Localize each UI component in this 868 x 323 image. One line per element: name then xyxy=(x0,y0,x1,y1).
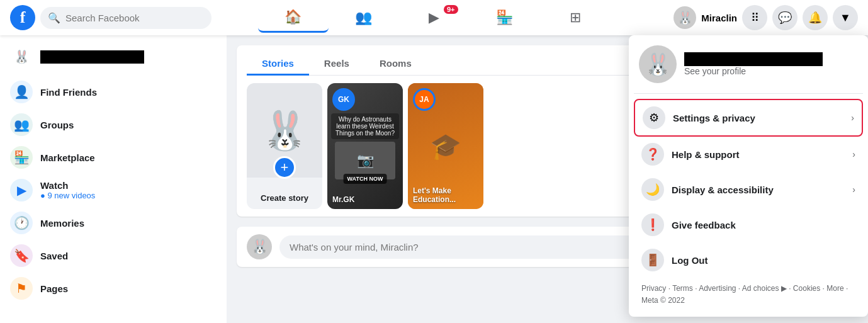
create-story-plus-icon: + xyxy=(273,156,296,179)
dropdown-item-help[interactable]: ❓ Help & support › xyxy=(634,137,863,172)
feedback-label: Give feedback xyxy=(672,220,855,230)
post-box: 🐰 xyxy=(237,227,665,267)
sidebar-pages-label: Pages xyxy=(40,283,68,294)
dropdown-item-logout[interactable]: 🚪 Log Out xyxy=(634,242,863,278)
user-avatar: 🐰 xyxy=(674,6,696,29)
display-chevron-icon: › xyxy=(852,184,855,195)
search-input[interactable] xyxy=(65,13,204,23)
account-menu-button[interactable]: ▼ xyxy=(833,5,858,30)
sidebar-marketplace-label: Marketplace xyxy=(40,152,95,163)
settings-icon: ⚙ xyxy=(643,106,665,129)
watch-sidebar-icon: ▶ xyxy=(10,179,33,201)
settings-chevron-icon: › xyxy=(851,113,854,123)
tab-reels[interactable]: Reels xyxy=(309,53,364,76)
sidebar-watch-sub: ● 9 new videos xyxy=(40,191,95,200)
friends-icon: 👥 xyxy=(355,9,372,26)
stories-list: 🐰 + Create story Why do Astronauts learn… xyxy=(247,83,655,209)
header: f 🔍 🏠 👥 ▶ 9+ 🏪 ⊞ 🐰 Miraclin ⠿ xyxy=(0,0,868,35)
tab-stories[interactable]: Stories xyxy=(247,53,309,76)
tab-rooms[interactable]: Rooms xyxy=(364,53,427,76)
story-item-mrgk[interactable]: Why do Astronauts learn these Weirdest T… xyxy=(327,83,403,209)
account-dropdown: 🐰 ██████████████████ See your profile ⚙ … xyxy=(629,35,868,317)
mrgk-story-avatar: GK xyxy=(332,88,355,111)
pages-sidebar-icon: ⚑ xyxy=(10,277,33,300)
notifications-icon-button[interactable]: 🔔 xyxy=(803,5,828,30)
sidebar-item-watch[interactable]: ▶ Watch ● 9 new videos xyxy=(5,174,222,207)
watch-now-badge: WATCH NOW xyxy=(344,174,387,184)
sidebar-groups-label: Groups xyxy=(40,120,74,130)
sidebar-saved-label: Saved xyxy=(40,251,68,261)
fb-logo-letter: f xyxy=(20,8,26,27)
search-bar[interactable]: 🔍 xyxy=(40,7,211,29)
find-friends-icon: 👤 xyxy=(10,81,33,103)
messenger-icon-button[interactable]: 💬 xyxy=(772,5,798,30)
facebook-logo[interactable]: f xyxy=(10,5,35,30)
sidebar-item-saved[interactable]: 🔖 Saved xyxy=(5,239,222,272)
header-nav: 🏠 👥 ▶ 9+ 🏪 ⊞ xyxy=(211,3,657,33)
edu-story-label: Let's Make Education... xyxy=(413,186,478,204)
display-label: Display & accessibility xyxy=(672,184,845,195)
dropdown-divider-1 xyxy=(634,93,863,94)
sidebar-find-friends-label: Find Friends xyxy=(40,87,97,98)
dropdown-footer: Privacy · Terms · Advertising · Ad choic… xyxy=(634,278,863,312)
sidebar-user-name: ██████████████ xyxy=(40,50,144,64)
story-item-education[interactable]: 🎓 JA Let's Make Education... xyxy=(408,83,483,209)
nav-home[interactable]: 🏠 xyxy=(258,3,329,33)
watch-badge: 9+ xyxy=(444,5,458,14)
saved-sidebar-icon: 🔖 xyxy=(10,244,33,267)
display-icon: 🌙 xyxy=(641,178,664,201)
sidebar-watch-label: Watch xyxy=(40,180,95,191)
search-icon: 🔍 xyxy=(48,12,60,24)
dropdown-profile-info: ██████████████████ See your profile xyxy=(684,52,823,76)
post-input[interactable] xyxy=(279,235,655,259)
sidebar-item-marketplace[interactable]: 🏪 Marketplace xyxy=(5,141,222,174)
nav-groups[interactable]: ⊞ xyxy=(540,3,611,33)
grid-icon: ⠿ xyxy=(751,11,759,25)
messenger-icon: 💬 xyxy=(778,11,792,25)
user-profile-button[interactable]: 🐰 Miraclin xyxy=(674,6,737,29)
dropdown-profile-link: See your profile xyxy=(684,66,823,76)
dropdown-profile-name: ██████████████████ xyxy=(684,52,823,66)
marketplace-icon: 🏪 xyxy=(496,9,513,26)
marketplace-sidebar-icon: 🏪 xyxy=(10,146,33,169)
home-icon: 🏠 xyxy=(285,9,302,25)
stories-tabs: Stories Reels Rooms xyxy=(247,53,655,76)
help-label: Help & support xyxy=(672,149,845,160)
header-right: 🐰 Miraclin ⠿ 💬 🔔 ▼ xyxy=(657,5,858,30)
bell-icon: 🔔 xyxy=(808,11,822,25)
footer-links: Privacy · Terms · Advertising · Ad choic… xyxy=(641,284,848,305)
edu-story-avatar: JA xyxy=(413,88,436,111)
feedback-icon: ❗ xyxy=(641,213,664,236)
header-left: f 🔍 xyxy=(10,5,211,30)
logout-label: Log Out xyxy=(672,255,855,266)
dropdown-profile-item[interactable]: 🐰 ██████████████████ See your profile xyxy=(634,40,863,88)
help-icon: ❓ xyxy=(641,143,664,166)
dropdown-profile-avatar: 🐰 xyxy=(639,45,677,83)
stories-card: Stories Reels Rooms 🐰 + Create story Why… xyxy=(237,45,665,217)
feed: Stories Reels Rooms 🐰 + Create story Why… xyxy=(237,45,665,267)
mrgk-story-label: Mr.GK xyxy=(332,195,398,204)
sidebar-item-pages[interactable]: ⚑ Pages xyxy=(5,272,222,305)
chevron-down-icon: ▼ xyxy=(840,11,851,25)
sidebar-item-groups[interactable]: 👥 Groups xyxy=(5,108,222,141)
nav-marketplace[interactable]: 🏪 xyxy=(470,3,540,33)
nav-watch[interactable]: ▶ 9+ xyxy=(399,3,470,33)
dropdown-item-display[interactable]: 🌙 Display & accessibility › xyxy=(634,172,863,207)
post-avatar: 🐰 xyxy=(247,234,272,259)
logout-icon: 🚪 xyxy=(641,249,664,271)
sidebar-item-find-friends[interactable]: 👤 Find Friends xyxy=(5,76,222,108)
groups-icon: ⊞ xyxy=(570,9,581,26)
settings-label: Settings & privacy xyxy=(673,113,843,123)
user-name: Miraclin xyxy=(701,13,737,23)
dropdown-item-settings[interactable]: ⚙ Settings & privacy › xyxy=(634,99,863,137)
nav-friends[interactable]: 👥 xyxy=(329,3,399,33)
create-story-label: Create story xyxy=(247,193,322,203)
help-chevron-icon: › xyxy=(852,149,855,159)
sidebar-user-profile[interactable]: 🐰 ██████████████ xyxy=(5,40,222,73)
memories-sidebar-icon: 🕐 xyxy=(10,212,33,234)
dropdown-item-feedback[interactable]: ❗ Give feedback xyxy=(634,207,863,242)
create-story-item[interactable]: 🐰 + Create story xyxy=(247,83,322,209)
sidebar-item-memories[interactable]: 🕐 Memories xyxy=(5,207,222,239)
sidebar: 🐰 ██████████████ 👤 Find Friends 👥 Groups… xyxy=(0,35,227,323)
grid-icon-button[interactable]: ⠿ xyxy=(742,5,767,30)
